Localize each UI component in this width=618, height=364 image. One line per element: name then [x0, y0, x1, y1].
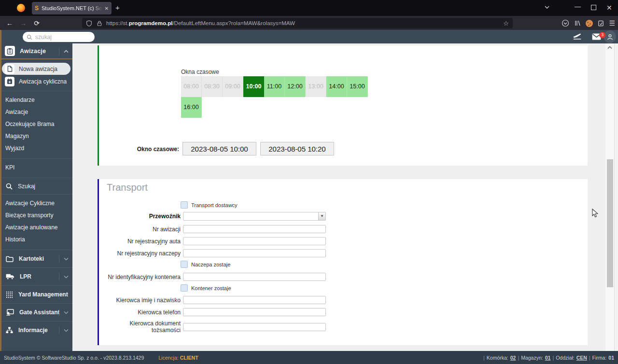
- dropdown-arrow-icon[interactable]: ▼: [318, 212, 325, 220]
- sidebar-item-nowa-awizacja[interactable]: Nowa awizacja: [2, 63, 70, 75]
- app-search-box[interactable]: [23, 32, 95, 42]
- firefox-icon[interactable]: [17, 4, 25, 12]
- chevron-down-icon[interactable]: [59, 291, 69, 298]
- field-label: Nr rejestracyjny auta: [101, 238, 181, 245]
- nr-identyfikacyjny-kontenera-input[interactable]: [183, 273, 326, 281]
- naczepa-zostaje-checkbox[interactable]: [181, 261, 188, 268]
- sidebar-item-kalendarze[interactable]: Kalendarze: [0, 94, 72, 106]
- sidebar-item-magazyn[interactable]: Magazyn: [0, 130, 72, 142]
- departures-icon[interactable]: [573, 32, 582, 41]
- sidebar-item-awizacje[interactable]: Awizacje: [0, 106, 72, 118]
- sidebar-item-wyjazd[interactable]: Wyjazd: [0, 142, 72, 154]
- search-input[interactable]: [35, 34, 84, 41]
- sidebar-item-awizacje-anulowane[interactable]: Awizacje anulowane: [0, 222, 72, 234]
- time-slot[interactable]: 14:00: [326, 76, 347, 97]
- nr-rejestracyjny-naczepy-row: Nr rejestracyjny naczepy: [101, 249, 326, 257]
- field-label: Nr awizacji: [101, 226, 181, 233]
- chevron-down-icon[interactable]: [59, 273, 69, 280]
- pocket-icon[interactable]: [562, 19, 569, 27]
- cookie-extension-icon[interactable]: [586, 20, 593, 27]
- user-avatar[interactable]: [604, 30, 616, 43]
- browser-titlebar: S StudioSystem.NET (c) Software ✕ + — ✕: [0, 0, 618, 16]
- time-slot[interactable]: 11:00: [264, 76, 285, 97]
- status-bar: StudioSystem © SoftwareStudio Sp. z o.o.…: [0, 351, 618, 364]
- time-slot[interactable]: 15:00: [347, 76, 368, 97]
- chevron-down-icon[interactable]: [59, 309, 69, 316]
- forward-button[interactable]: →: [16, 19, 30, 27]
- kierowca-dokument-row: Kierowca dokument tożsamości: [101, 320, 326, 334]
- sidebar-section-informacje[interactable]: Informacje: [0, 321, 72, 339]
- checkbox-label: Kontener zostaje: [191, 285, 231, 291]
- time-slot-selected[interactable]: 10:00: [243, 76, 264, 97]
- page-scrollbar[interactable]: [605, 43, 614, 351]
- scrollbar-thumb[interactable]: [607, 159, 613, 287]
- lock-icon[interactable]: [97, 20, 102, 27]
- library-icon[interactable]: [574, 19, 581, 27]
- sidebar-section-lpr[interactable]: LPR: [0, 267, 72, 285]
- kierowca-imie-input[interactable]: [183, 296, 326, 304]
- status-magazyn-value[interactable]: 01: [545, 355, 551, 361]
- field-label: Kierowca telefon: [101, 309, 181, 316]
- sidebar-section-yard-management[interactable]: Yard Management: [0, 285, 72, 303]
- field-label: Nr rejestracyjny naczepy: [101, 250, 181, 257]
- sidebar-item-oczekujace-brama[interactable]: Oczekujące Brama: [0, 118, 72, 130]
- sidebar-item-historia[interactable]: Historia: [0, 234, 72, 246]
- reload-button[interactable]: ⟳: [30, 19, 43, 27]
- sitemap-icon: [6, 327, 13, 334]
- tab-list-chevron-icon[interactable]: [544, 4, 550, 10]
- sidebar-links-group-2: Awizacje Cykliczne Bieżące transporty Aw…: [0, 194, 72, 250]
- back-button[interactable]: ←: [3, 19, 16, 27]
- chevron-down-icon[interactable]: [59, 327, 69, 334]
- chevron-down-icon[interactable]: [59, 255, 69, 263]
- sidebar-section-kartoteki[interactable]: Kartoteki: [0, 250, 72, 267]
- bookmark-star-icon[interactable]: ☆: [503, 20, 509, 27]
- time-slot[interactable]: 16:00: [181, 97, 202, 118]
- sidebar-item-biezace-transporty[interactable]: Bieżące transporty: [0, 210, 72, 222]
- sidebar-section-awizacje[interactable]: Awizacje: [0, 43, 72, 59]
- menu-icon[interactable]: ☰: [609, 19, 615, 27]
- browser-tab[interactable]: S StudioSystem.NET (c) Software ✕: [32, 2, 112, 14]
- kierowca-dokument-input[interactable]: [183, 323, 326, 331]
- nr-rejestracyjny-naczepy-input[interactable]: [183, 249, 326, 257]
- status-komorka-value[interactable]: 02: [510, 355, 516, 361]
- sidebar-section-gate-assistant[interactable]: Gate Assistant: [0, 303, 72, 321]
- nr-awizacji-input[interactable]: [183, 225, 326, 233]
- main-content: Okna czasowe 08:00 08:30 09:00 10:00 11:…: [72, 43, 618, 351]
- kontener-zostaje-checkbox[interactable]: [181, 284, 188, 292]
- new-tab-button[interactable]: +: [115, 4, 120, 12]
- chevron-up-icon[interactable]: [59, 48, 69, 55]
- sidebar-links-group-1: Kalendarze Awizacje Oczekujące Brama Mag…: [0, 91, 72, 158]
- scrollbar-edge: [614, 43, 618, 351]
- tracking-shield-icon[interactable]: [86, 20, 92, 27]
- tab-close-icon[interactable]: ✕: [105, 6, 109, 11]
- sidebar-item-szukaj[interactable]: Szukaj: [0, 178, 72, 194]
- transport-dostawcy-row: Transport dostawcy: [181, 201, 238, 209]
- time-windows-label: Okna czasowe: [181, 69, 219, 75]
- time-slot[interactable]: 12:00: [285, 76, 306, 97]
- mouse-cursor: [592, 209, 599, 218]
- license-value[interactable]: CLIENT: [180, 355, 198, 361]
- sidebar-section-label: Awizacje: [20, 48, 46, 55]
- status-firma-value: 01: [608, 355, 614, 361]
- scrollbar-up-arrow-icon[interactable]: [605, 44, 614, 49]
- nr-rejestracyjny-auta-input[interactable]: [183, 237, 326, 245]
- time-windows-panel: Okna czasowe 08:00 08:30 09:00 10:00 11:…: [98, 45, 588, 166]
- transport-dostawcy-checkbox[interactable]: [181, 201, 188, 209]
- site-favicon-icon: S: [35, 5, 39, 12]
- time-slot-grid: 08:00 08:30 09:00 10:00 11:00 12:00 13:0…: [181, 76, 368, 118]
- status-oddzial-value[interactable]: CEN: [576, 355, 587, 361]
- window-maximize-button[interactable]: [591, 5, 596, 10]
- calendar-plus-icon: [5, 77, 14, 86]
- przewoznik-select[interactable]: ▼: [183, 212, 326, 221]
- window-start-button[interactable]: 2023-08-05 10:00: [183, 142, 256, 155]
- sidebar-item-awizacje-cykliczne[interactable]: Awizacje Cykliczne: [0, 197, 72, 210]
- window-minimize-button[interactable]: —: [575, 3, 581, 10]
- kierowca-telefon-input[interactable]: [183, 308, 326, 316]
- extension-icon[interactable]: [597, 20, 604, 27]
- sidebar-item-awizacja-cykliczna[interactable]: Awizacja cykliczna: [2, 75, 70, 87]
- window-close-button[interactable]: ✕: [606, 4, 612, 12]
- window-end-button[interactable]: 2023-08-05 10:20: [260, 142, 334, 155]
- sidebar-item-kpi[interactable]: KPI: [0, 162, 72, 174]
- clipboard-icon: [5, 46, 15, 56]
- url-bar[interactable]: https://st.programdemo.pl/DefaultLeftMen…: [82, 18, 513, 28]
